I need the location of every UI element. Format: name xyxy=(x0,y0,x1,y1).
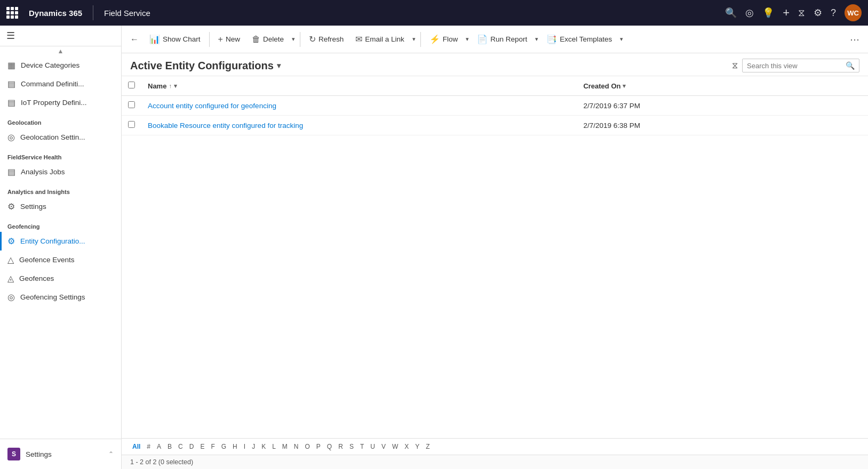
row-checkbox[interactable] xyxy=(128,121,135,128)
lightbulb-icon[interactable]: 💡 xyxy=(762,7,774,19)
alpha-l[interactable]: L xyxy=(270,442,278,451)
created-sort-icon[interactable]: ▾ xyxy=(623,83,626,90)
table-header-row: Name ↑ ▾ Created On ▾ xyxy=(122,76,868,96)
search-input[interactable] xyxy=(747,62,842,70)
alpha-d[interactable]: D xyxy=(187,442,196,451)
sidebar-item-analytics-settings[interactable]: ⚙ Settings xyxy=(0,197,121,216)
toolbar-separator-1 xyxy=(209,32,210,47)
waffle-icon[interactable] xyxy=(6,7,18,19)
run-report-label: Run Report xyxy=(490,35,527,43)
toolbar-separator-2 xyxy=(300,32,300,47)
sidebar-item-geolocation-settings[interactable]: ◎ Geolocation Settin... xyxy=(0,128,121,147)
view-title-caret[interactable]: ▾ xyxy=(277,61,281,70)
sort-dropdown-icon[interactable]: ▾ xyxy=(174,83,177,90)
sidebar-item-label: Geofence Events xyxy=(19,256,75,264)
sidebar-item-geofence-events[interactable]: △ Geofence Events xyxy=(0,250,121,269)
sidebar-item-geofencing-settings[interactable]: ◎ Geofencing Settings xyxy=(0,288,121,306)
sidebar-item-analysis-jobs[interactable]: ▤ Analysis Jobs xyxy=(0,163,121,181)
record-link[interactable]: Bookable Resource entity configured for … xyxy=(148,122,303,130)
iot-property-icon: ▤ xyxy=(7,98,15,108)
hamburger-icon[interactable]: ☰ xyxy=(6,30,15,42)
entity-config-icon: ⚙ xyxy=(7,236,15,246)
new-button[interactable]: + New xyxy=(213,31,245,47)
sidebar-section-geofencing: Geofencing xyxy=(0,216,121,232)
alpha-u[interactable]: U xyxy=(368,442,377,451)
select-all-checkbox[interactable] xyxy=(128,82,135,88)
alpha-k[interactable]: K xyxy=(259,442,268,451)
flow-caret[interactable]: ▾ xyxy=(464,36,471,43)
sidebar-item-geofences[interactable]: ◬ Geofences xyxy=(0,269,121,288)
email-link-button[interactable]: ✉ Email a Link xyxy=(350,31,410,47)
geofences-icon: ◬ xyxy=(7,273,14,284)
alpha-y[interactable]: Y xyxy=(413,442,421,451)
alpha-s[interactable]: S xyxy=(347,442,356,451)
search-box-icon[interactable]: 🔍 xyxy=(846,61,855,70)
alpha-v[interactable]: V xyxy=(379,442,388,451)
sidebar-item[interactable]: ▤ IoT Property Defini... xyxy=(0,93,121,112)
search-icon[interactable]: 🔍 xyxy=(725,7,737,19)
alpha-q[interactable]: Q xyxy=(325,442,334,451)
more-options-button[interactable]: ⋯ xyxy=(846,31,864,47)
th-created-on[interactable]: Created On ▾ xyxy=(577,76,868,96)
alpha-w[interactable]: W xyxy=(390,442,400,451)
alpha-i[interactable]: I xyxy=(242,442,248,451)
alpha-e[interactable]: E xyxy=(198,442,206,451)
sidebar-item-label: Geolocation Settin... xyxy=(20,133,85,141)
alpha-h[interactable]: H xyxy=(230,442,240,451)
command-defini-icon: ▤ xyxy=(7,79,15,89)
target-icon[interactable]: ◎ xyxy=(745,7,754,19)
created-on-value: 2/7/2019 6:38 PM xyxy=(583,122,640,130)
alpha-r[interactable]: R xyxy=(336,442,345,451)
row-name-cell: Bookable Resource entity configured for … xyxy=(141,116,577,135)
refresh-label: Refresh xyxy=(318,35,344,43)
settings-icon[interactable]: ⚙ xyxy=(814,7,822,19)
nav-divider xyxy=(93,5,93,20)
alpha-j[interactable]: J xyxy=(250,442,257,451)
refresh-button[interactable]: ↻ Refresh xyxy=(304,31,349,47)
show-chart-label: Show Chart xyxy=(163,35,201,43)
flow-label: Flow xyxy=(443,35,458,43)
delete-button[interactable]: 🗑 Delete xyxy=(246,31,289,47)
avatar[interactable]: WC xyxy=(845,4,862,21)
alpha-t[interactable]: T xyxy=(358,442,366,451)
alpha-g[interactable]: G xyxy=(219,442,228,451)
excel-caret[interactable]: ▾ xyxy=(618,36,625,43)
alpha-a[interactable]: A xyxy=(155,442,163,451)
sidebar-item-label: Device Categories xyxy=(21,61,79,69)
created-on-value: 2/7/2019 6:37 PM xyxy=(583,102,640,110)
geofence-events-icon: △ xyxy=(7,255,14,265)
record-link[interactable]: Account entity configured for geofencing xyxy=(148,102,276,110)
email-caret[interactable]: ▾ xyxy=(411,36,417,43)
view-filter-icon[interactable]: ⧖ xyxy=(732,61,738,70)
alpha-b[interactable]: B xyxy=(165,442,174,451)
alpha-all[interactable]: All xyxy=(130,442,142,451)
show-chart-button[interactable]: 📊 Show Chart xyxy=(144,31,206,47)
sidebar-item-label: Settings xyxy=(20,203,46,211)
alpha-z[interactable]: Z xyxy=(424,442,432,451)
alpha-p[interactable]: P xyxy=(314,442,323,451)
run-report-button[interactable]: 📄 Run Report xyxy=(472,31,532,47)
sidebar-item[interactable]: ▦ Device Categories xyxy=(0,56,121,75)
alpha-hash[interactable]: # xyxy=(145,442,153,451)
sidebar-item-label: Command Definiti... xyxy=(21,80,84,88)
back-button[interactable]: ← xyxy=(126,31,143,47)
sidebar-item[interactable]: ▤ Command Definiti... xyxy=(0,75,121,93)
alpha-o[interactable]: O xyxy=(303,442,312,451)
alpha-c[interactable]: C xyxy=(176,442,185,451)
alpha-f[interactable]: F xyxy=(209,442,217,451)
th-name[interactable]: Name ↑ ▾ xyxy=(141,76,577,96)
report-caret[interactable]: ▾ xyxy=(533,36,540,43)
flow-button[interactable]: ⚡ Flow xyxy=(424,31,464,47)
delete-caret[interactable]: ▾ xyxy=(290,36,297,43)
sidebar-item-entity-config[interactable]: ⚙ Entity Configuratio... xyxy=(0,232,121,250)
excel-templates-button[interactable]: 📑 Excel Templates xyxy=(541,31,617,47)
settings-caret-icon: ⌃ xyxy=(108,450,114,458)
filter-icon[interactable]: ⧖ xyxy=(798,7,805,19)
sidebar-bottom-settings[interactable]: S Settings ⌃ xyxy=(0,443,121,465)
plus-icon[interactable]: + xyxy=(783,6,790,20)
alpha-n[interactable]: N xyxy=(292,442,301,451)
help-icon[interactable]: ? xyxy=(831,7,836,19)
row-checkbox[interactable] xyxy=(128,101,135,108)
alpha-x[interactable]: X xyxy=(402,442,411,451)
alpha-m[interactable]: M xyxy=(280,442,290,451)
